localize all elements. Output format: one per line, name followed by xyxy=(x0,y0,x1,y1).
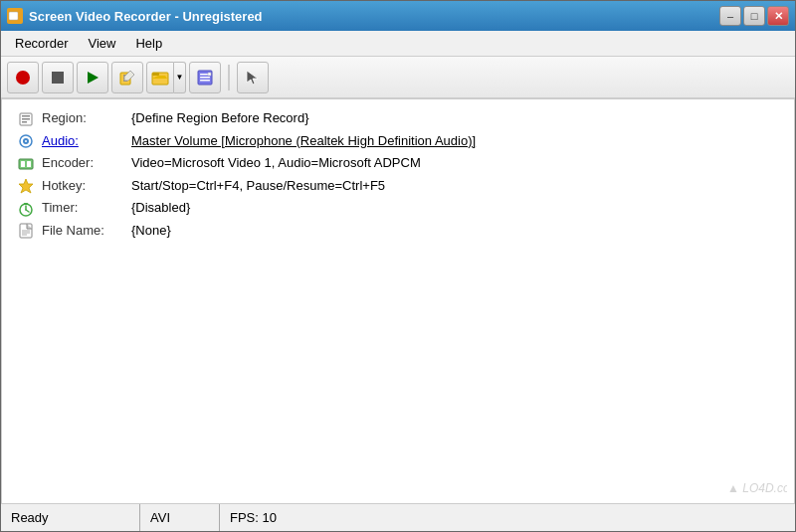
region-value: {Define Region Before Record} xyxy=(127,107,782,130)
svg-marker-18 xyxy=(247,71,258,85)
svg-marker-1 xyxy=(18,13,22,19)
svg-marker-4 xyxy=(88,72,99,84)
svg-text:▲ LO4D.com: ▲ LO4D.com xyxy=(727,481,787,495)
audio-icon-cell xyxy=(14,130,38,153)
open-button-combo: ▼ xyxy=(146,62,186,93)
filename-icon-cell xyxy=(14,220,38,243)
svg-rect-15 xyxy=(200,77,210,79)
timer-icon-cell xyxy=(14,197,38,220)
app-icon xyxy=(7,8,23,24)
status-bar: Ready AVI FPS: 10 xyxy=(1,503,795,531)
record-button[interactable] xyxy=(7,62,39,93)
region-icon-cell xyxy=(14,107,38,130)
menu-bar: Recorder View Help xyxy=(1,31,795,57)
toolbar: ▼ xyxy=(1,57,795,98)
hotkey-icon-cell xyxy=(14,175,38,198)
cursor-button[interactable] xyxy=(237,62,269,93)
table-row: Encoder: Video=Microsoft Video 1, Audio=… xyxy=(14,152,782,175)
title-buttons: – □ ✕ xyxy=(719,6,789,26)
close-button[interactable]: ✕ xyxy=(767,6,789,26)
watermark: ▲ LO4D.com xyxy=(727,478,787,499)
table-row: Hotkey: Start/Stop=Ctrl+F4, Pause/Resume… xyxy=(14,175,782,198)
audio-link[interactable]: Audio: xyxy=(42,133,79,148)
table-row: Timer: {Disabled} xyxy=(14,197,782,220)
main-window: Screen Video Recorder - Unregistered – □… xyxy=(0,0,796,532)
window-title: Screen Video Recorder - Unregistered xyxy=(29,9,263,24)
svg-rect-0 xyxy=(9,12,18,20)
svg-rect-3 xyxy=(52,72,64,84)
settings-button[interactable] xyxy=(189,62,221,93)
hotkey-label: Hotkey: xyxy=(38,175,127,198)
svg-rect-17 xyxy=(208,73,211,76)
audio-value-text: Master Volume [Microphone (Realtek High … xyxy=(131,133,476,148)
content-area: Region: {Define Region Before Record} Au… xyxy=(1,98,795,531)
title-bar-left: Screen Video Recorder - Unregistered xyxy=(7,8,263,24)
svg-rect-22 xyxy=(22,121,27,123)
svg-point-2 xyxy=(16,71,30,85)
svg-rect-20 xyxy=(22,115,30,117)
svg-rect-28 xyxy=(27,161,31,167)
play-button[interactable] xyxy=(77,62,108,93)
open-button[interactable] xyxy=(146,62,174,93)
svg-rect-27 xyxy=(21,161,25,167)
open-dropdown-arrow[interactable]: ▼ xyxy=(174,62,186,93)
svg-rect-16 xyxy=(200,80,210,82)
edit-button[interactable] xyxy=(111,62,143,93)
region-label: Region: xyxy=(38,107,127,130)
svg-rect-21 xyxy=(22,118,30,120)
hotkey-value: Start/Stop=Ctrl+F4, Pause/Resume=Ctrl+F5 xyxy=(127,175,782,198)
status-fps: FPS: 10 xyxy=(220,504,795,531)
timer-value: {Disabled} xyxy=(127,197,782,220)
info-table: Region: {Define Region Before Record} Au… xyxy=(14,107,782,242)
svg-rect-31 xyxy=(24,203,28,205)
encoder-value: Video=Microsoft Video 1, Audio=Microsoft… xyxy=(127,152,782,175)
status-ready: Ready xyxy=(1,504,140,531)
audio-value: Master Volume [Microphone (Realtek High … xyxy=(127,130,782,153)
svg-point-25 xyxy=(25,140,27,142)
menu-recorder[interactable]: Recorder xyxy=(7,34,76,53)
encoder-icon-cell xyxy=(14,152,38,175)
svg-rect-11 xyxy=(152,73,159,76)
timer-label: Timer: xyxy=(38,197,127,220)
table-row: Region: {Define Region Before Record} xyxy=(14,107,782,130)
menu-help[interactable]: Help xyxy=(127,34,170,53)
title-bar: Screen Video Recorder - Unregistered – □… xyxy=(1,1,795,31)
minimize-button[interactable]: – xyxy=(719,6,741,26)
table-row: Audio: Master Volume [Microphone (Realte… xyxy=(14,130,782,153)
svg-marker-29 xyxy=(19,179,33,193)
filename-value: {None} xyxy=(127,220,782,243)
filename-label: File Name: xyxy=(38,220,127,243)
menu-view[interactable]: View xyxy=(80,34,123,53)
encoder-label: Encoder: xyxy=(38,152,127,175)
status-format: AVI xyxy=(140,504,220,531)
audio-label[interactable]: Audio: xyxy=(38,130,127,153)
stop-button[interactable] xyxy=(42,62,74,93)
maximize-button[interactable]: □ xyxy=(743,6,765,26)
toolbar-separator xyxy=(228,65,230,90)
table-row: File Name: {None} xyxy=(14,220,782,243)
